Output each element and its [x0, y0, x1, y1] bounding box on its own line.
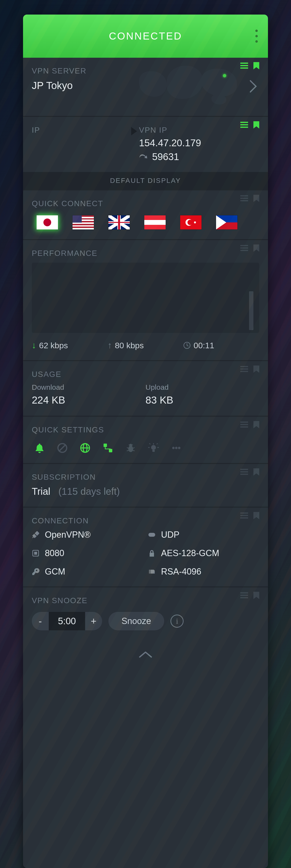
bookmark-icon[interactable] [253, 468, 259, 475]
duration: 00:11 [183, 341, 259, 350]
quick-settings-title: QUICK SETTINGS [32, 425, 259, 434]
svg-point-28 [151, 445, 156, 450]
server-section[interactable]: VPN SERVER JP Tokyo [23, 58, 268, 116]
ip-section: IP VPN IP 154.47.20.179 59631 [23, 116, 268, 172]
svg-rect-14 [240, 368, 248, 370]
list-icon[interactable] [240, 513, 248, 519]
key-icon [32, 568, 39, 576]
info-icon[interactable]: i [170, 615, 184, 628]
svg-rect-3 [240, 122, 248, 123]
flag-tr[interactable] [180, 215, 201, 229]
svg-rect-5 [240, 127, 248, 128]
bookmark-icon[interactable] [253, 366, 259, 373]
svg-point-36 [175, 447, 177, 449]
quick-connect-section: QUICK CONNECT [23, 189, 268, 239]
chevron-right-icon[interactable] [249, 80, 257, 94]
vpn-panel: CONNECTED VPN SERVER JP Tokyo [23, 14, 268, 868]
svg-rect-47 [149, 570, 151, 574]
svg-rect-24 [103, 443, 107, 447]
download-speed-value: 62 kbps [39, 341, 68, 350]
snooze-section: VPN SNOOZE - 5:00 + Snooze i [23, 586, 268, 640]
svg-line-33 [150, 443, 150, 444]
clock-icon [183, 342, 191, 349]
more-icon[interactable] [171, 443, 182, 453]
snooze-button[interactable]: Snooze [108, 612, 164, 630]
svg-rect-39 [240, 471, 248, 472]
svg-rect-2 [240, 67, 248, 69]
flag-jp[interactable] [37, 215, 58, 229]
svg-line-34 [157, 443, 158, 444]
default-display-bar: DEFAULT DISPLAY [23, 172, 268, 189]
vpn-ip-value: 154.47.20.179 [139, 137, 259, 148]
svg-rect-18 [240, 426, 248, 428]
vpn-port-value: 59631 [152, 151, 179, 162]
subscription-remaining: (115 days left) [59, 486, 120, 497]
svg-rect-15 [240, 371, 248, 372]
subscription-plan: Trial [32, 486, 50, 497]
svg-rect-29 [152, 450, 155, 452]
svg-rect-13 [240, 366, 248, 367]
usage-section: USAGE Download 224 KB Upload 83 KB [23, 360, 268, 416]
download-speed: ↓ 62 kbps [32, 340, 108, 350]
list-icon[interactable] [240, 195, 248, 202]
connection-cipher: AES-128-GCM [148, 548, 259, 558]
snooze-minus-button[interactable]: - [32, 612, 49, 630]
list-icon[interactable] [240, 63, 248, 69]
collapse-button[interactable] [23, 640, 268, 672]
svg-rect-25 [109, 449, 112, 452]
bug-icon[interactable] [125, 443, 136, 453]
flag-list [32, 215, 259, 229]
flag-us[interactable] [72, 215, 94, 229]
svg-rect-38 [240, 469, 248, 470]
lan-icon[interactable] [103, 443, 113, 453]
connection-section: CONNECTION OpenVPN® UDP 8080 AES-128-GCM… [23, 507, 268, 586]
snooze-stepper: - 5:00 + [32, 612, 102, 630]
bookmark-icon[interactable] [253, 512, 259, 519]
forward-icon [139, 154, 148, 160]
connection-handshake: RSA-4096 [148, 566, 259, 577]
flag-ph[interactable] [216, 215, 237, 229]
bookmark-icon[interactable] [253, 421, 259, 428]
snooze-title: VPN SNOOZE [32, 596, 259, 605]
svg-rect-41 [240, 513, 248, 514]
flag-at[interactable] [144, 215, 166, 229]
flag-gb[interactable] [108, 215, 130, 229]
svg-rect-6 [240, 195, 248, 196]
connection-auth: GCM [32, 566, 143, 577]
connection-protocol: OpenVPN® [32, 530, 143, 540]
list-icon[interactable] [240, 366, 248, 372]
bookmark-icon[interactable] [253, 245, 259, 252]
svg-rect-4 [240, 124, 248, 125]
usage-title: USAGE [32, 370, 259, 379]
bookmark-icon[interactable] [253, 195, 259, 202]
snooze-time[interactable]: 5:00 [49, 612, 85, 630]
quick-settings-section: QUICK SETTINGS [23, 416, 268, 463]
svg-rect-1 [240, 65, 248, 66]
lock-icon [148, 549, 156, 557]
cancel-icon[interactable] [57, 443, 68, 453]
arrow-right-icon [131, 127, 137, 136]
list-icon[interactable] [240, 245, 248, 251]
menu-button[interactable] [255, 30, 258, 43]
svg-rect-8 [240, 200, 248, 201]
bookmark-icon[interactable] [253, 62, 259, 69]
list-icon[interactable] [240, 592, 248, 598]
bulb-icon[interactable] [148, 443, 159, 453]
bookmark-icon[interactable] [253, 592, 259, 599]
list-icon[interactable] [240, 422, 248, 428]
svg-point-35 [172, 447, 174, 449]
duration-value: 00:11 [194, 341, 214, 350]
svg-rect-16 [240, 422, 248, 423]
status-header: CONNECTED [23, 14, 268, 58]
globe-icon[interactable] [80, 443, 91, 453]
svg-rect-9 [240, 245, 248, 246]
bookmark-icon[interactable] [253, 121, 259, 128]
list-icon[interactable] [240, 122, 248, 128]
svg-rect-7 [240, 198, 248, 199]
chevron-up-icon [138, 650, 153, 658]
list-icon[interactable] [240, 469, 248, 475]
subscription-section: SUBSCRIPTION Trial (115 days left) [23, 463, 268, 507]
bell-icon[interactable] [34, 443, 45, 453]
snooze-plus-button[interactable]: + [85, 612, 102, 630]
svg-rect-40 [240, 474, 248, 475]
